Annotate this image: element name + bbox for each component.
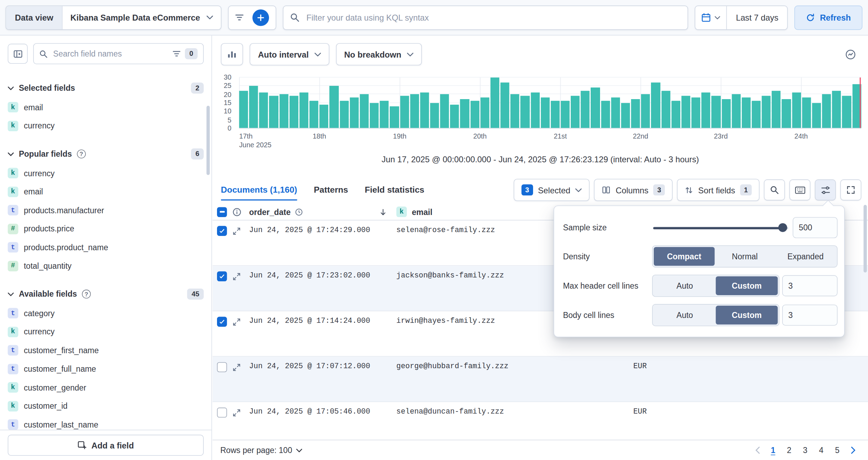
histogram-bar[interactable] bbox=[782, 99, 791, 128]
histogram-bar[interactable] bbox=[440, 94, 449, 128]
collapse-sidebar-button[interactable] bbox=[8, 44, 28, 64]
expand-row-icon[interactable] bbox=[232, 272, 241, 281]
order-date-cell[interactable]: Jun 24, 2025 @ 17:14:24.000 bbox=[247, 317, 394, 325]
histogram-bar[interactable] bbox=[752, 101, 761, 128]
sort-descending-icon[interactable] bbox=[379, 208, 387, 216]
histogram-bar[interactable] bbox=[390, 106, 399, 128]
histogram-bar[interactable] bbox=[330, 86, 339, 128]
histogram-bar[interactable] bbox=[832, 91, 841, 128]
histogram-bar[interactable] bbox=[491, 77, 500, 128]
sidebar-scrollbar[interactable] bbox=[207, 106, 210, 175]
data-view-selector[interactable]: Kibana Sample Data eCommerce bbox=[63, 13, 221, 22]
edit-visualization-button[interactable] bbox=[839, 43, 861, 65]
expand-row-icon[interactable] bbox=[232, 408, 241, 417]
tab-documents[interactable]: Documents (1,160) bbox=[221, 177, 297, 203]
field-item-email[interactable]: kemail bbox=[0, 98, 211, 117]
currency-cell[interactable]: EUR bbox=[633, 408, 868, 416]
histogram-bar[interactable] bbox=[309, 101, 319, 128]
histogram-bar[interactable] bbox=[711, 96, 720, 128]
fullscreen-button[interactable] bbox=[840, 179, 861, 200]
histogram-bar[interactable] bbox=[611, 98, 620, 128]
density-normal-button[interactable]: Normal bbox=[714, 247, 775, 266]
interval-dropdown[interactable]: Auto interval bbox=[250, 43, 329, 65]
date-picker-calendar-button[interactable] bbox=[696, 6, 727, 29]
density-expanded-button[interactable]: Expanded bbox=[775, 247, 836, 266]
columns-button[interactable]: Columns 3 bbox=[594, 179, 673, 201]
email-cell[interactable]: selena@duncan-family.zzz bbox=[394, 408, 633, 416]
histogram-bar[interactable] bbox=[340, 101, 349, 128]
histogram-bar[interactable] bbox=[289, 96, 298, 128]
histogram-bar[interactable] bbox=[762, 96, 771, 128]
histogram-bar[interactable] bbox=[621, 103, 630, 128]
histogram-bar[interactable] bbox=[812, 103, 821, 128]
histogram-bar[interactable] bbox=[792, 92, 801, 128]
histogram-bar[interactable] bbox=[571, 96, 580, 128]
histogram-bar[interactable] bbox=[420, 92, 429, 128]
row-checkbox[interactable] bbox=[217, 226, 227, 236]
histogram-bar[interactable] bbox=[822, 94, 831, 128]
field-item-currency[interactable]: kcurrency bbox=[0, 164, 211, 183]
sort-fields-button[interactable]: Sort fields 1 bbox=[677, 179, 760, 201]
previous-page-button[interactable] bbox=[750, 443, 764, 457]
histogram-bar[interactable] bbox=[480, 98, 489, 128]
histogram-bar[interactable] bbox=[410, 94, 419, 128]
grid-search-button[interactable] bbox=[764, 179, 785, 200]
sample-size-input[interactable] bbox=[793, 217, 838, 238]
add-filter-icon[interactable] bbox=[235, 14, 244, 21]
order-date-cell[interactable]: Jun 24, 2025 @ 17:23:02.000 bbox=[247, 271, 394, 280]
section-header-available-fields[interactable]: Available fields ? 45 bbox=[0, 284, 211, 304]
histogram-bar[interactable] bbox=[320, 104, 329, 128]
histogram-bar[interactable] bbox=[601, 101, 610, 128]
help-icon[interactable]: ? bbox=[82, 290, 91, 298]
field-item-customer_gender[interactable]: kcustomer_gender bbox=[0, 378, 211, 397]
kql-search-input[interactable] bbox=[305, 12, 681, 23]
histogram-bar[interactable] bbox=[671, 101, 680, 128]
info-icon[interactable] bbox=[232, 207, 241, 216]
histogram-bar[interactable] bbox=[691, 98, 701, 128]
histogram-bar[interactable] bbox=[249, 86, 258, 128]
field-item-customer_first_name[interactable]: tcustomer_first_name bbox=[0, 341, 211, 359]
histogram-bar[interactable] bbox=[591, 88, 600, 128]
order-date-cell[interactable]: Jun 24, 2025 @ 17:05:46.000 bbox=[247, 408, 394, 416]
histogram-bar[interactable] bbox=[450, 104, 459, 128]
slider-handle[interactable] bbox=[778, 223, 787, 232]
histogram-bar[interactable] bbox=[541, 98, 550, 128]
row-checkbox[interactable] bbox=[217, 271, 227, 281]
rows-per-page-button[interactable]: Rows per page: 100 bbox=[220, 446, 302, 454]
currency-cell[interactable]: EUR bbox=[633, 362, 868, 371]
add-field-button[interactable]: Add a field bbox=[8, 435, 204, 456]
order-date-cell[interactable]: Jun 24, 2025 @ 17:24:29.000 bbox=[247, 226, 394, 234]
expand-row-icon[interactable] bbox=[232, 227, 241, 235]
time-range-value[interactable]: Last 7 days bbox=[727, 13, 787, 22]
header-order-date[interactable]: order_date bbox=[247, 207, 394, 216]
histogram-bar[interactable] bbox=[561, 101, 570, 128]
help-icon[interactable]: ? bbox=[77, 149, 85, 158]
histogram-bar[interactable] bbox=[531, 92, 540, 128]
histogram-bar[interactable] bbox=[400, 96, 409, 128]
histogram-bar[interactable] bbox=[279, 94, 289, 128]
row-checkbox[interactable] bbox=[217, 408, 227, 418]
histogram-bar[interactable] bbox=[470, 101, 479, 128]
page-button-5[interactable]: 5 bbox=[830, 443, 845, 458]
expand-row-icon[interactable] bbox=[232, 363, 241, 371]
email-cell[interactable]: george@hubbard-family.zzz bbox=[394, 362, 633, 371]
histogram-bar[interactable] bbox=[661, 91, 670, 128]
select-all-checkbox[interactable] bbox=[217, 207, 227, 217]
histogram-bar[interactable] bbox=[702, 92, 711, 128]
histogram-bar[interactable] bbox=[732, 94, 741, 128]
selected-documents-dropdown[interactable]: 3 Selected bbox=[514, 179, 590, 201]
row-checkbox[interactable] bbox=[217, 362, 227, 372]
histogram-bar[interactable] bbox=[742, 98, 751, 128]
page-button-1[interactable]: 1 bbox=[765, 443, 780, 458]
histogram-bar[interactable] bbox=[350, 98, 359, 128]
refresh-button[interactable]: Refresh bbox=[794, 5, 862, 30]
histogram-bar[interactable] bbox=[772, 91, 781, 128]
tab-field-statistics[interactable]: Field statistics bbox=[365, 177, 424, 203]
grid-scrollbar[interactable] bbox=[863, 205, 867, 273]
field-item-category[interactable]: tcategory bbox=[0, 304, 211, 322]
next-page-button[interactable] bbox=[846, 443, 860, 457]
histogram-bar[interactable] bbox=[370, 103, 379, 128]
histogram-bar[interactable] bbox=[299, 92, 308, 128]
header-lines-auto-button[interactable]: Auto bbox=[654, 276, 716, 295]
histogram-bar[interactable] bbox=[239, 91, 248, 128]
